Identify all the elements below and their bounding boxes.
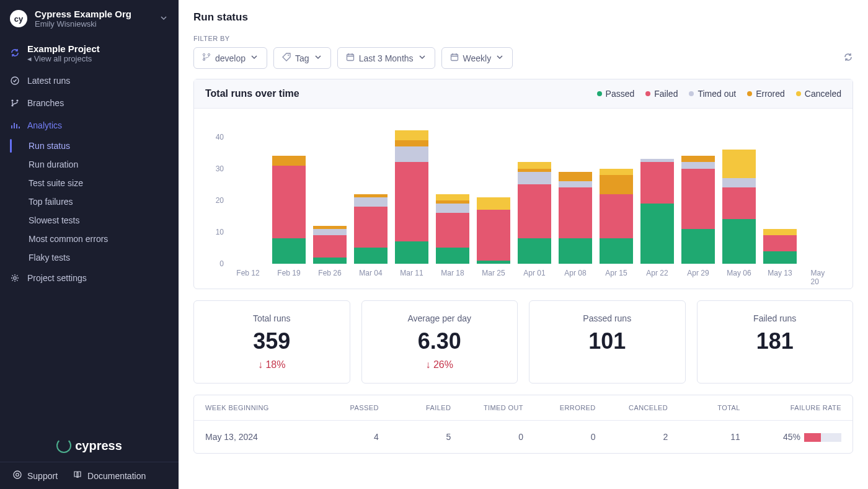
svg-point-6 xyxy=(16,473,19,477)
table-header: WEEK BEGINNING PASSED FAILED TIMED OUT E… xyxy=(194,395,852,421)
bar-segment-passed xyxy=(559,238,592,264)
failure-rate-bar xyxy=(804,433,841,442)
bar-segment-failed xyxy=(477,210,510,261)
git-branch-icon xyxy=(202,52,211,64)
project-name: Example Project xyxy=(27,43,100,54)
bar-segment-passed xyxy=(477,261,510,264)
subnav-flaky-tests[interactable]: Flaky tests xyxy=(10,248,179,267)
x-label: Feb 26 xyxy=(318,269,341,277)
bar-apr-08[interactable] xyxy=(559,172,592,264)
bar-apr-15[interactable] xyxy=(600,169,633,264)
legend-item-errored[interactable]: Errored xyxy=(747,89,785,99)
main-content: Run status FILTER BY develop Tag xyxy=(179,0,868,489)
tag-filter[interactable]: Tag xyxy=(273,47,331,69)
nav-analytics[interactable]: Analytics xyxy=(0,114,179,137)
x-label: Feb 12 xyxy=(236,269,259,277)
bar-segment-passed xyxy=(763,251,797,264)
legend-dot xyxy=(796,91,801,96)
org-switcher[interactable]: cy Cypress Example Org Emily Wisniewski xyxy=(0,0,179,37)
bar-segment-timed_out xyxy=(518,172,551,184)
project-row[interactable]: Example Project ◂ View all projects xyxy=(0,37,179,70)
bar-segment-canceled xyxy=(436,194,469,200)
documentation-link[interactable]: Documentation xyxy=(73,470,146,482)
bar-apr-22[interactable] xyxy=(640,159,674,264)
book-icon xyxy=(73,470,82,482)
calendar-icon xyxy=(450,52,459,64)
bar-segment-passed xyxy=(722,219,756,264)
bar-segment-passed xyxy=(600,238,633,264)
svg-point-8 xyxy=(208,53,210,55)
bar-segment-timed_out xyxy=(313,229,347,235)
bar-mar-18[interactable] xyxy=(436,194,469,264)
bar-segment-errored xyxy=(395,140,428,146)
sidebar: cy Cypress Example Org Emily Wisniewski … xyxy=(0,0,179,489)
svg-rect-12 xyxy=(451,55,458,61)
svg-point-1 xyxy=(11,99,13,101)
subnav-slowest-tests[interactable]: Slowest tests xyxy=(10,211,179,230)
bar-feb-19[interactable] xyxy=(272,156,306,264)
x-label: May 13 xyxy=(768,269,792,277)
x-label: Apr 08 xyxy=(564,269,586,277)
analytics-subnav: Run status Run duration Test suite size … xyxy=(9,137,179,267)
subnav-test-suite-size[interactable]: Test suite size xyxy=(10,174,179,192)
legend-item-passed[interactable]: Passed xyxy=(597,89,635,99)
bar-segment-timed_out xyxy=(559,181,592,187)
bar-segment-failed xyxy=(395,162,428,241)
legend-item-canceled[interactable]: Canceled xyxy=(796,89,841,99)
bar-segment-canceled xyxy=(722,150,756,178)
bar-apr-01[interactable] xyxy=(518,162,551,264)
legend-item-timed_out[interactable]: Timed out xyxy=(689,89,736,99)
stats-row: Total runs 359 ↓ 18% Average per day 6.3… xyxy=(193,300,853,384)
bar-segment-failed xyxy=(313,235,347,258)
table-row[interactable]: May 13, 2024450021145% xyxy=(194,421,852,453)
bar-feb-26[interactable] xyxy=(313,226,347,264)
date-range-filter[interactable]: Last 3 Months xyxy=(337,47,435,69)
support-link[interactable]: Support xyxy=(12,470,58,482)
x-label: Feb 19 xyxy=(277,269,300,277)
legend-item-failed[interactable]: Failed xyxy=(645,89,678,99)
subnav-most-common-errors[interactable]: Most common errors xyxy=(10,230,179,248)
legend-dot xyxy=(597,91,602,96)
chevron-down-icon xyxy=(249,52,259,64)
bar-segment-failed xyxy=(640,162,674,203)
bar-may-06[interactable] xyxy=(722,150,756,264)
nav-branches[interactable]: Branches xyxy=(0,92,179,114)
nav-latest-runs[interactable]: Latest runs xyxy=(0,70,179,92)
chevron-down-icon xyxy=(159,13,169,25)
chevron-down-icon xyxy=(417,52,427,64)
y-tick: 30 xyxy=(216,164,224,173)
bar-segment-timed_out xyxy=(722,178,756,187)
bar-mar-04[interactable] xyxy=(354,194,388,264)
x-label: May 20 xyxy=(811,269,831,286)
x-label: Mar 11 xyxy=(400,269,423,277)
org-logo: cy xyxy=(10,10,27,27)
delta-down: ↓ 18% xyxy=(204,359,340,370)
nav-project-settings[interactable]: Project settings xyxy=(0,267,179,289)
legend-dot xyxy=(645,91,650,96)
svg-point-10 xyxy=(288,55,289,56)
bar-segment-errored xyxy=(559,172,592,181)
chart-body: 010203040 Feb 12Feb 19Feb 26Mar 04Mar 11… xyxy=(194,109,852,289)
subnav-run-status[interactable]: Run status xyxy=(10,137,179,155)
bar-segment-errored xyxy=(272,156,306,165)
branch-icon xyxy=(10,98,20,108)
bar-segment-failed xyxy=(272,166,306,239)
subnav-run-duration[interactable]: Run duration xyxy=(10,155,179,174)
view-all-projects-link[interactable]: ◂ View all projects xyxy=(27,54,100,63)
bar-mar-25[interactable] xyxy=(477,197,510,264)
granularity-filter[interactable]: Weekly xyxy=(441,47,513,69)
bar-segment-passed xyxy=(436,248,469,264)
bar-segment-failed xyxy=(354,207,388,248)
bar-mar-11[interactable] xyxy=(395,130,428,264)
bar-segment-failed xyxy=(763,235,797,251)
nav-label: Project settings xyxy=(27,273,87,283)
bar-apr-29[interactable] xyxy=(681,156,715,264)
subnav-top-failures[interactable]: Top failures xyxy=(10,192,179,211)
filter-label: FILTER BY xyxy=(193,35,853,42)
nav-label: Branches xyxy=(27,98,64,108)
bar-may-13[interactable] xyxy=(763,229,797,264)
branch-filter[interactable]: develop xyxy=(193,47,267,69)
cypress-logo: cypress xyxy=(0,427,179,462)
refresh-button[interactable] xyxy=(843,52,853,64)
check-circle-icon xyxy=(10,76,20,86)
